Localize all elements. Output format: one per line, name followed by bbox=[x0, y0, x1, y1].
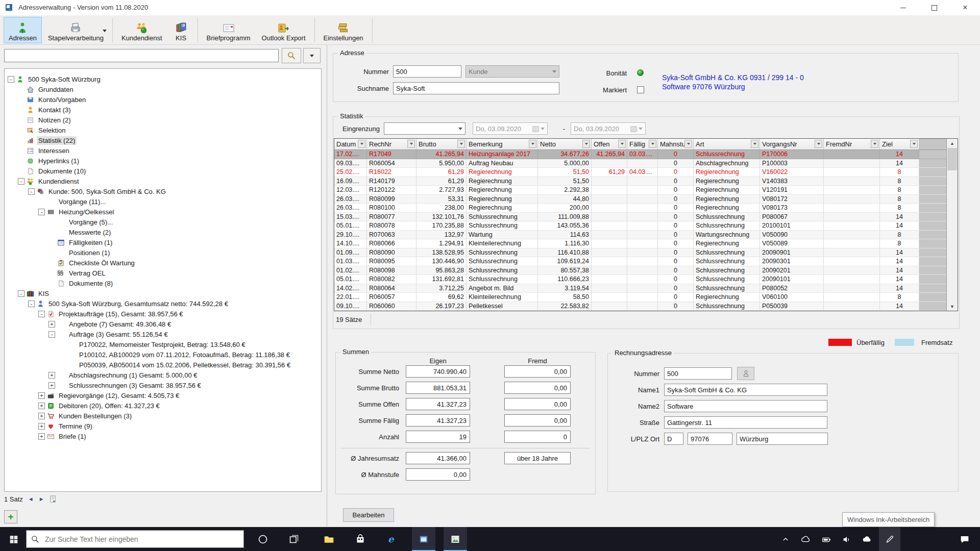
nummer-field[interactable]: 500 bbox=[393, 65, 461, 78]
taskbar-search[interactable] bbox=[26, 530, 244, 548]
collapse-icon[interactable]: - bbox=[38, 209, 45, 215]
collapse-icon[interactable]: - bbox=[28, 300, 35, 307]
filter-dropdown-icon[interactable] bbox=[529, 140, 536, 148]
tray-battery-button[interactable] bbox=[817, 527, 836, 551]
table-scrollbar[interactable]: ▲ ▼ bbox=[946, 139, 958, 311]
table-row[interactable]: 01.09....R080090138.528,95Schlussrechnun… bbox=[334, 248, 958, 258]
adressverwaltung-app-button[interactable] bbox=[412, 527, 435, 551]
tree-item[interactable]: Fälligkeiten (1) bbox=[48, 237, 114, 247]
typ-dropdown[interactable]: Kunde bbox=[465, 65, 559, 78]
edge-button[interactable]: e bbox=[380, 527, 404, 551]
tree-item[interactable]: Dokumente (10) bbox=[18, 166, 87, 176]
tree-item[interactable]: +Schlussrechnungen (3) Gesamt: 38.957,56… bbox=[48, 380, 203, 390]
expand-icon[interactable]: + bbox=[38, 413, 45, 419]
tree-item[interactable]: +Kunden Bestellungen (3) bbox=[38, 411, 133, 421]
collapse-icon[interactable]: - bbox=[18, 290, 24, 297]
filter-dropdown-icon[interactable] bbox=[751, 140, 758, 148]
toolbar-button-kis[interactable]: KIS bbox=[168, 17, 194, 43]
expand-icon[interactable]: + bbox=[38, 433, 45, 440]
ra-land-field[interactable]: D bbox=[664, 433, 683, 445]
table-row[interactable]: 16.09....R14017961,29Regierechnung51,500… bbox=[334, 177, 958, 186]
image-app-button[interactable] bbox=[444, 527, 467, 551]
tree-item[interactable]: Kontakt (3) bbox=[18, 105, 72, 115]
column-header-ziel[interactable]: Ziel bbox=[880, 139, 919, 149]
dropdown-caret-icon[interactable] bbox=[103, 30, 107, 32]
tree-item[interactable]: Positionen (1) bbox=[48, 247, 111, 258]
expand-icon[interactable]: + bbox=[48, 321, 55, 328]
filter-dropdown-icon[interactable] bbox=[649, 140, 656, 148]
prev-record-icon[interactable]: ◄ bbox=[28, 496, 34, 502]
tray-expand-button[interactable] bbox=[777, 527, 794, 551]
scroll-down-icon[interactable]: ▼ bbox=[947, 302, 958, 311]
filter-dropdown-icon[interactable] bbox=[910, 140, 918, 148]
markiert-checkbox[interactable] bbox=[637, 86, 644, 93]
tree-item[interactable]: P170022, Memomeister Testprojekt, Betrag… bbox=[59, 339, 247, 349]
tree-item[interactable]: §§Vertrag OEL bbox=[48, 268, 107, 278]
table-row[interactable]: 15.03....R080077132.101,76Schlussrechnun… bbox=[334, 213, 958, 222]
ra-person-lookup-button[interactable] bbox=[737, 367, 754, 380]
tree-item[interactable]: Selektion bbox=[18, 125, 67, 135]
toolbar-button-outlook-export[interactable]: Outlook Export bbox=[257, 17, 311, 43]
column-header-art[interactable]: Art bbox=[694, 139, 760, 149]
collapse-icon[interactable]: - bbox=[28, 188, 35, 195]
filter-dropdown-icon[interactable] bbox=[582, 140, 590, 148]
table-row[interactable]: 12.03....R1201222.727,93Regierechnung2.2… bbox=[334, 186, 958, 195]
column-header-fremdnr[interactable]: FremdNr bbox=[824, 139, 880, 149]
toolbar-button-adressen[interactable]: Adressen bbox=[4, 17, 42, 43]
table-row[interactable]: 09.03....R0600545.950,00Auftrag Neubau5.… bbox=[334, 159, 958, 168]
collapse-icon[interactable]: - bbox=[48, 331, 55, 338]
tree-item[interactable]: Statistik (22) bbox=[18, 135, 77, 145]
ra-ort-field[interactable]: Würzburg bbox=[737, 433, 828, 445]
expand-icon[interactable]: + bbox=[48, 382, 55, 389]
ra-nummer-field[interactable]: 500 bbox=[664, 367, 732, 380]
action-center-button[interactable] bbox=[953, 527, 976, 551]
tree-item[interactable]: +Angebote (7) Gesamt: 49.306,48 € bbox=[48, 319, 173, 329]
task-view-button[interactable] bbox=[282, 527, 306, 551]
search-input[interactable] bbox=[4, 49, 279, 62]
ra-name1-field[interactable]: Syka-Soft GmbH & Co. KG bbox=[664, 384, 827, 396]
tree-item[interactable]: P100102, AB100029 vom 07.11.2012, Fotoau… bbox=[59, 349, 291, 360]
table-row[interactable]: 01.02....R08009895.863,28Schlussrechnung… bbox=[334, 266, 958, 276]
tree-item[interactable]: -Kundendienst bbox=[18, 176, 81, 186]
table-row[interactable]: 05.01....R080078170.235,88Schlussrechnun… bbox=[334, 221, 958, 231]
tree-item[interactable]: -500 Syka-Soft Würzburg, Gesamtumsatz ne… bbox=[28, 298, 230, 309]
tray-volume-button[interactable] bbox=[837, 527, 856, 551]
table-row[interactable]: 14.10....R0800661.294,91Kleinteilerechnu… bbox=[334, 239, 958, 248]
expand-icon[interactable]: + bbox=[38, 392, 45, 399]
start-button[interactable] bbox=[2, 527, 26, 551]
tree-item[interactable]: +Debitoren (20), Offen: 41.327,23 € bbox=[38, 400, 161, 411]
search-options-button[interactable] bbox=[303, 48, 321, 63]
tree-item[interactable]: Konto/Vorgaben bbox=[18, 94, 87, 105]
tree-item[interactable]: -Heizung/Oelkessel bbox=[38, 207, 115, 217]
minimize-button[interactable] bbox=[891, 0, 915, 15]
filter-dropdown-icon[interactable] bbox=[618, 140, 626, 148]
tree-item[interactable]: +Briefe (1) bbox=[38, 431, 87, 441]
toolbar-button-stapelverarbeitung[interactable]: Stapelverarbeitung bbox=[43, 17, 109, 43]
ra-strasse-field[interactable]: Gattingerstr. 11 bbox=[664, 416, 827, 429]
filter-dropdown-icon[interactable] bbox=[358, 140, 365, 148]
table-row[interactable]: 25.02....R1602261,29Regierechnung51,5061… bbox=[334, 168, 958, 177]
date-to-field[interactable]: Do, 03.09.2020 bbox=[571, 122, 646, 135]
collapse-icon[interactable]: - bbox=[18, 178, 24, 185]
table-row[interactable]: 01.03....R080095130.446,90Schlussrechnun… bbox=[334, 257, 958, 266]
column-header-mahnstufe[interactable]: Mahnstufe bbox=[658, 139, 694, 149]
next-record-icon[interactable]: ► bbox=[39, 496, 44, 502]
filter-dropdown-icon[interactable] bbox=[684, 140, 692, 148]
cortana-button[interactable] bbox=[251, 527, 275, 551]
ra-plz-field[interactable]: 97076 bbox=[688, 433, 732, 445]
table-row[interactable]: 26.03....R08009953,31Regierechnung44,800… bbox=[334, 195, 958, 204]
tree-item[interactable]: -Kunde: 500, Syka-Soft GmbH & Co. KG bbox=[28, 186, 167, 196]
close-button[interactable]: × bbox=[953, 0, 977, 15]
filter-dropdown-icon[interactable] bbox=[457, 140, 465, 148]
column-header-fällig[interactable]: Fällig bbox=[627, 139, 658, 149]
file-explorer-button[interactable] bbox=[317, 527, 340, 551]
tree-item[interactable]: -Aufträge (3) Gesamt: 55.126,54 € bbox=[48, 329, 169, 339]
tree-item[interactable]: Hyperlinks (1) bbox=[18, 156, 81, 166]
suchname-field[interactable]: Syka-Soft bbox=[393, 82, 559, 94]
search-button[interactable] bbox=[282, 48, 301, 63]
tree-item[interactable]: Grunddaten bbox=[18, 84, 75, 94]
taskbar-search-input[interactable] bbox=[44, 535, 243, 544]
tree-item[interactable]: -500 Syka-Soft Würzburg bbox=[8, 74, 102, 84]
expand-icon[interactable]: + bbox=[38, 403, 45, 409]
export-icon[interactable] bbox=[50, 495, 57, 503]
